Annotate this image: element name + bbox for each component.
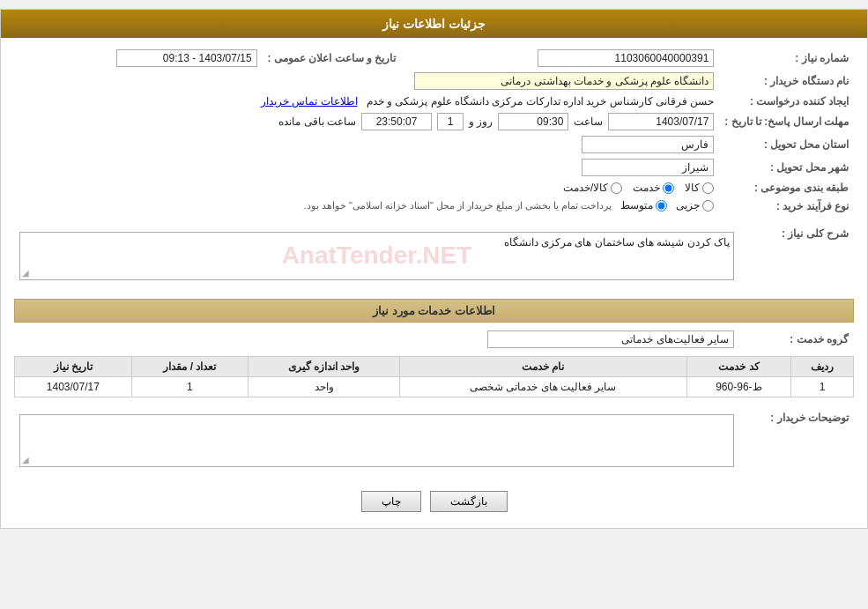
category-option-goods-service: کالا/خدمت xyxy=(563,182,622,194)
category-radio-goods-service[interactable] xyxy=(611,182,622,194)
need-info-table: شماره نیاز : 1103060040000391 تاریخ و سا… xyxy=(14,47,854,217)
buttons-row: بازگشت چاپ xyxy=(14,480,854,519)
process-radio-medium[interactable] xyxy=(656,200,667,212)
need-desc-table: شرح کلی نیاز : پاک کردن شیشه های ساختمان… xyxy=(14,222,854,290)
announce-datetime-label: تاریخ و ساعت اعلان عمومی : xyxy=(263,47,414,70)
buyer-org-value: دانشگاه علوم پزشکی و خدمات بهداشتی درمان… xyxy=(414,72,714,90)
need-number-value: 1103060040000391 xyxy=(538,49,714,67)
process-medium-label: متوسط xyxy=(620,199,653,212)
need-desc-area: پاک کردن شیشه های ساختمان های مرکزی دانش… xyxy=(19,225,734,287)
services-section-title: اطلاعات خدمات مورد نیاز xyxy=(14,299,854,323)
need-desc-value: پاک کردن شیشه های ساختمان های مرکزی دانش… xyxy=(504,236,730,249)
response-deadline-label: مهلت ارسال پاسخ: تا تاریخ : xyxy=(719,110,854,133)
col-quantity: تعداد / مقدار xyxy=(131,356,249,376)
creator-label: ایجاد کننده درخواست : xyxy=(719,93,854,110)
back-button[interactable]: بازگشت xyxy=(430,491,508,512)
city-label: شهر محل تحویل : xyxy=(719,156,854,179)
time-label: ساعت xyxy=(574,115,603,128)
col-row-num: ردیف xyxy=(791,356,854,376)
col-unit: واحد اندازه گیری xyxy=(249,356,400,376)
service-group-value: سایر فعالیت‌های خدماتی xyxy=(487,330,734,348)
response-deadline-row: 1403/07/17 ساعت 09:30 روز و 1 23:50:07 س… xyxy=(19,113,714,130)
creator-contact-link[interactable]: اطلاعات تماس خریدار xyxy=(261,95,358,108)
table-row: 1 ط-96-960 سایر فعالیت های خدماتی شخصی و… xyxy=(15,376,854,397)
cell-unit: واحد xyxy=(249,376,400,397)
province-value: فارس xyxy=(582,136,714,153)
service-group-table: گروه خدمت : سایر فعالیت‌های خدماتی xyxy=(14,328,854,351)
col-service-code: کد خدمت xyxy=(686,356,791,376)
category-service-label: خدمت xyxy=(633,182,660,194)
page-title: جزئیات اطلاعات نیاز xyxy=(382,17,486,31)
page-wrapper: جزئیات اطلاعات نیاز شماره نیاز : 1103060… xyxy=(0,9,868,529)
col-service-name: نام خدمت xyxy=(400,356,687,376)
process-minor-label: جزیی xyxy=(676,199,700,212)
need-number-label: شماره نیاز : xyxy=(719,47,854,70)
days-label: روز و xyxy=(469,115,493,128)
announce-datetime-value: 1403/07/15 - 09:13 xyxy=(116,49,257,67)
cell-service-name: سایر فعالیت های خدماتی شخصی xyxy=(400,376,687,397)
content-area: شماره نیاز : 1103060040000391 تاریخ و سا… xyxy=(1,38,867,528)
buyer-org-label: نام دستگاه خریدار : xyxy=(719,70,854,93)
process-radio-group: جزیی متوسط پرداخت تمام یا بخشی از مبلغ خ… xyxy=(304,199,715,212)
cell-row-num: 1 xyxy=(791,376,854,397)
category-goods-label: کالا xyxy=(685,182,700,194)
services-table: ردیف کد خدمت نام خدمت واحد اندازه گیری ت… xyxy=(14,356,854,397)
cell-service-code: ط-96-960 xyxy=(686,376,791,397)
process-type-label: نوع فرآیند خرید : xyxy=(719,197,854,217)
print-button[interactable]: چاپ xyxy=(361,491,421,512)
buyer-notes-label: توضیحات خریدار : xyxy=(739,406,854,475)
buyer-notes-box: ◢ xyxy=(19,414,734,467)
category-option-service: خدمت xyxy=(633,182,674,194)
category-goods-service-label: کالا/خدمت xyxy=(563,182,608,194)
category-label: طبقه بندی موضوعی : xyxy=(719,179,854,197)
buyer-notes-table: توضیحات خریدار : ◢ xyxy=(14,406,854,475)
process-option-minor: جزیی xyxy=(676,199,714,212)
cell-quantity: 1 xyxy=(131,376,249,397)
process-option-medium: متوسط xyxy=(620,199,667,212)
remaining-label: ساعت باقی مانده xyxy=(278,115,356,128)
need-desc-label: شرح کلی نیاز : xyxy=(739,222,854,290)
response-remaining: 23:50:07 xyxy=(361,113,432,130)
category-radio-group: کالا خدمت کالا/خدمت xyxy=(19,182,714,194)
service-group-label: گروه خدمت : xyxy=(739,328,854,351)
category-radio-goods[interactable] xyxy=(702,182,714,194)
response-time: 09:30 xyxy=(498,113,568,130)
category-radio-service[interactable] xyxy=(663,182,674,194)
process-radio-minor[interactable] xyxy=(702,200,714,212)
response-date: 1403/07/17 xyxy=(608,113,714,130)
page-header: جزئیات اطلاعات نیاز xyxy=(1,10,867,38)
category-option-goods: کالا xyxy=(685,182,714,194)
cell-date: 1403/07/17 xyxy=(15,376,132,397)
province-label: استان محل تحویل : xyxy=(719,133,854,156)
city-value: شیراز xyxy=(582,159,714,176)
resize-icon: ◢ xyxy=(22,268,29,278)
col-date: تاریخ نیاز xyxy=(15,356,132,376)
process-note: پرداخت تمام یا بخشی از مبلغ خریدار از مح… xyxy=(304,200,612,212)
need-desc-box: پاک کردن شیشه های ساختمان های مرکزی دانش… xyxy=(19,232,734,280)
buyer-notes-resize-icon: ◢ xyxy=(22,455,29,464)
creator-value: حسن فرقانی کارشناس خرید اداره تدارکات مر… xyxy=(367,95,715,108)
response-days: 1 xyxy=(437,113,464,130)
